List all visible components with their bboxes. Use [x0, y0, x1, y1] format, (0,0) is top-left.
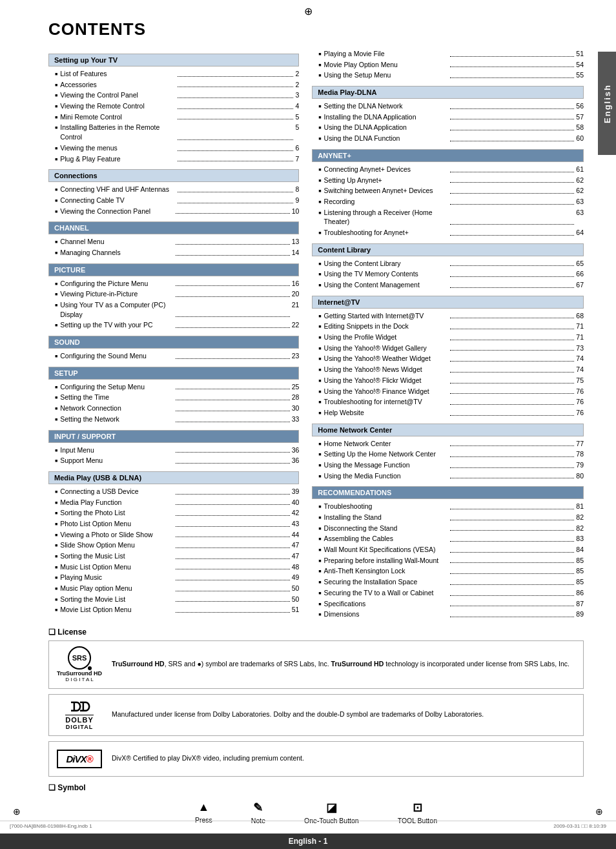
- toc-dots: [450, 556, 574, 564]
- toc-item-label: Setting the Network: [60, 414, 174, 424]
- toc-dots: [450, 70, 574, 78]
- toc-item: Using the Message Function79: [312, 460, 584, 471]
- toc-item-label: Viewing the Control Panel: [60, 90, 176, 100]
- footer-meta-left: [7000-NA]BN68-01988H-Eng.indb 1: [10, 823, 92, 829]
- top-crosshair: ⊕: [304, 5, 313, 17]
- toc-item-label: Using the Yahoo!® Weather Widget: [324, 354, 448, 363]
- section-header: INPUT / SUPPORT: [48, 430, 299, 443]
- toc-page-number: 36: [292, 445, 300, 455]
- toc-item: Using Your TV as a Computer (PC) Display…: [48, 300, 299, 320]
- toc-page-number: 50: [292, 595, 300, 604]
- section-header: Media Play (USB & DLNA): [48, 471, 299, 484]
- toc-dots: [450, 365, 574, 373]
- toc-dots: [178, 143, 293, 151]
- toc-item-label: Troubleshooting for Anynet+: [324, 228, 448, 238]
- toc-dots: [450, 311, 574, 319]
- toc-dots: [176, 508, 289, 516]
- toc-item-label: Setting Up Anynet+: [324, 176, 448, 185]
- toc-item-label: Connecting Anynet+ Devices: [324, 165, 448, 174]
- toc-item-label: Mini Remote Control: [60, 112, 176, 122]
- toc-dots: [450, 376, 574, 384]
- toc-item-label: Sorting the Music List: [60, 551, 174, 561]
- srs-brand-text: TruSurround HD D I G I T A L: [57, 671, 102, 683]
- toc-dots: [176, 289, 289, 297]
- toc-dots: [450, 439, 574, 447]
- toc-item: Setting the DLNA Network56: [312, 101, 584, 112]
- page-title: CONTENTS: [48, 19, 584, 39]
- srs-logo: SRS TruSurround HD D I G I T A L: [57, 646, 102, 683]
- divx-logo: DiVX®: [57, 750, 102, 768]
- toc-item: Setting the Time28: [48, 392, 299, 403]
- toc-item-label: Disconnecting the Stand: [324, 524, 448, 533]
- toc-dots: [178, 196, 293, 203]
- toc-item: Slide Show Option Menu47: [48, 540, 299, 551]
- toc-dots: [450, 397, 574, 405]
- toc-item-label: Viewing a Photo or Slide Show: [60, 530, 174, 540]
- toc-item: Viewing a Photo or Slide Show44: [48, 529, 299, 540]
- toc-item-label: Connecting a USB Device: [60, 487, 174, 496]
- toc-page-number: 4: [295, 101, 299, 111]
- toc-item: Configuring the Setup Menu25: [48, 382, 299, 393]
- toc-item-label: Viewing Picture-in-Picture: [60, 289, 174, 299]
- toc-page-number: 48: [292, 562, 300, 572]
- toc-item: Viewing the Remote Control4: [48, 101, 299, 112]
- toc-item-label: List of Features: [60, 69, 176, 79]
- toc-item: Installing the DLNA Application57: [312, 112, 584, 123]
- toc-page-number: 87: [576, 599, 584, 609]
- toc-page-number: 14: [292, 248, 300, 258]
- toc-item: Using the Yahoo!® News Widget74: [312, 364, 584, 375]
- toc-item-label: Playing a Movie File: [324, 49, 448, 59]
- toc-dots: [450, 577, 574, 585]
- toc-item: Using the Content Management67: [312, 280, 584, 291]
- toc-item-label: Viewing the Connection Panel: [60, 207, 174, 216]
- toc-page-number: 74: [576, 354, 584, 363]
- toc-page-number: 47: [292, 540, 300, 550]
- toc-item-label: Using the Media Function: [324, 471, 448, 481]
- section-header: SOUND: [48, 336, 299, 349]
- toc-item: Photo List Option Menu43: [48, 518, 299, 529]
- toc-item-label: Using the Profile Widget: [324, 332, 448, 342]
- toc-page-number: 3: [295, 90, 299, 100]
- toc-item: Using the Media Function80: [312, 471, 584, 482]
- toc-item-label: Connecting VHF and UHF Antennas: [60, 185, 176, 194]
- toc-item: List of Features2: [48, 68, 299, 79]
- toc-item-label: Dimensions: [324, 609, 448, 619]
- toc-dots: [176, 540, 289, 548]
- toc-page-number: 65: [576, 259, 584, 269]
- section-header: ANYNET+: [312, 149, 584, 162]
- toc-item-label: Installing the Stand: [324, 513, 448, 522]
- toc-page-number: 78: [576, 449, 584, 459]
- toc-page-number: 55: [576, 70, 584, 80]
- toc-dots: [176, 551, 289, 559]
- toc-page-number: 67: [576, 280, 584, 290]
- toc-item: Movie List Option Menu51: [48, 604, 299, 615]
- footer-meta-right: 2009-03-31 □□ 8:10:39: [553, 823, 606, 829]
- toc-dots: [450, 269, 574, 277]
- symbol-icon: ▲: [198, 801, 210, 814]
- license-section: License SRS TruSurround HD D I G I T A L…: [48, 628, 584, 777]
- footer-meta: [7000-NA]BN68-01988H-Eng.indb 1 2009-03-…: [0, 821, 616, 831]
- toc-item-label: Using the Message Function: [324, 460, 448, 470]
- toc-item-label: Setting the Time: [60, 393, 174, 402]
- toc-item-label: Securing the TV to a Wall or Cabinet: [324, 588, 448, 598]
- toc-item-label: Configuring the Sound Menu: [60, 351, 174, 361]
- toc-item: Support Menu36: [48, 455, 299, 466]
- toc-page-number: 22: [292, 320, 300, 330]
- toc-item-label: Support Menu: [60, 456, 174, 465]
- toc-dots: [450, 524, 574, 531]
- toc-item: Disconnecting the Stand82: [312, 523, 584, 534]
- section-header: Connections: [48, 169, 299, 182]
- section-header: SETUP: [48, 367, 299, 380]
- toc-page-number: 51: [292, 605, 300, 615]
- srs-license-box: SRS TruSurround HD D I G I T A L TruSurr…: [48, 640, 584, 689]
- toc-item: Configuring the Sound Menu23: [48, 351, 299, 362]
- toc-dots: [450, 60, 574, 68]
- toc-dots: [176, 414, 289, 422]
- toc-page-number: 28: [292, 393, 300, 402]
- toc-dots: [176, 456, 289, 464]
- toc-page-number: 8: [295, 185, 299, 194]
- toc-item-label: Getting Started with Internet@TV: [324, 311, 448, 321]
- toc-item: Preparing before installing Wall-Mount85: [312, 555, 584, 566]
- toc-item: Troubleshooting for internet@TV76: [312, 396, 584, 407]
- toc-item-label: Network Connection: [60, 404, 174, 413]
